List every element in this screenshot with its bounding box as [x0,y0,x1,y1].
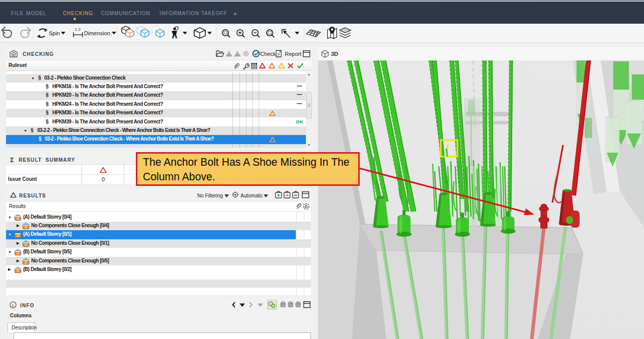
svg-text:i: i [12,303,14,308]
svg-text:1 2: 1 2 [75,27,81,32]
